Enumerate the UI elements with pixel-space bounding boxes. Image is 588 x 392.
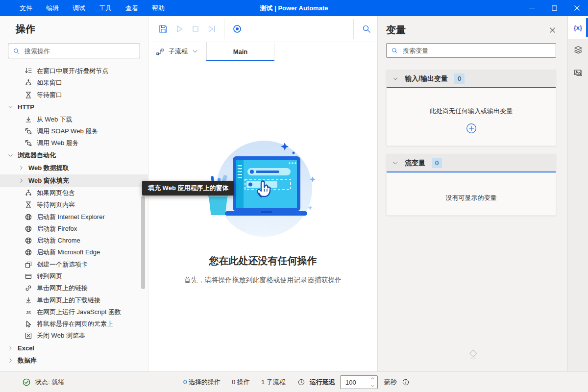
toolbar-buttons	[155, 21, 220, 37]
actions-search-input[interactable]	[24, 48, 135, 55]
toolbar-divider	[224, 19, 224, 39]
tree-group-item[interactable]: Web 数据提取	[0, 162, 148, 174]
tree-item-label: 单击网页上的下载链接	[37, 296, 100, 305]
variables-section-label: 输入/输出变量	[405, 74, 448, 83]
variables-section-header[interactable]: 流变量0	[387, 154, 556, 172]
variables-section-header[interactable]: 输入/输出变量0	[387, 70, 556, 88]
tree-group-item[interactable]: Web 窗体填充	[0, 174, 148, 187]
actions-panel: 操作 在窗口中展开/折叠树节点如果窗口等待窗口HTTP从 Web 下载调用 SO…	[0, 16, 148, 371]
save-button[interactable]	[155, 21, 171, 37]
stop-button[interactable]	[187, 21, 203, 37]
run-next-button[interactable]	[203, 21, 220, 37]
images-icon	[573, 68, 583, 77]
tree-action-item[interactable]: 启动新 Chrome	[0, 235, 148, 246]
variables-panel: 变量 输入/输出变量0此处尚无任何输入或输出变量流变量0没有可显示的变量	[377, 16, 567, 371]
tree-action-item[interactable]: 将鼠标悬停在网页的元素上	[0, 318, 148, 330]
tree-item-label: 转到网页	[37, 272, 62, 281]
download-icon	[24, 296, 32, 304]
search-icon	[13, 48, 20, 55]
tree-action-item[interactable]: JS在网页上运行 JavaScript 函数	[0, 306, 148, 318]
variables-section-body: 此处尚无任何输入或输出变量	[387, 88, 556, 146]
globe-icon	[24, 213, 32, 221]
toolbar-divider	[353, 19, 354, 39]
tree-item-label: 数据库	[18, 356, 37, 365]
tree-action-item[interactable]: 如果网页包含	[0, 187, 148, 199]
tree-group-item[interactable]: 数据库	[0, 354, 148, 367]
tree-group-item[interactable]: HTTP	[0, 101, 148, 114]
rail-item-images[interactable]	[568, 61, 588, 84]
tree-action-item[interactable]: 启动新 Firefox	[0, 223, 148, 235]
menu-item-3[interactable]: 工具	[92, 0, 119, 16]
actions-scrollbar-thumb[interactable]	[141, 196, 145, 289]
record-button[interactable]	[229, 21, 245, 37]
variables-sections: 输入/输出变量0此处尚无任何输入或输出变量流变量0没有可显示的变量	[386, 70, 556, 216]
run-button[interactable]	[171, 21, 187, 37]
hourglass-icon	[24, 201, 32, 209]
close-icon[interactable]	[549, 26, 556, 34]
tree-action-item[interactable]: 如果窗口	[0, 77, 148, 89]
chevron-right-icon	[8, 345, 13, 351]
tree-action-item[interactable]: 关闭 Web 浏览器	[0, 330, 148, 342]
status-ok-icon	[22, 378, 31, 387]
tree-action-item[interactable]: 等待窗口	[0, 89, 148, 101]
empty-state: 您在此处还没有任何操作 首先，请将操作拖放到此窗格或使用记录器捕获操作	[158, 138, 368, 285]
svg-text:JS: JS	[26, 310, 31, 315]
spinner-arrows[interactable]	[370, 375, 375, 390]
tree-item-label: 调用 Web 服务	[37, 139, 79, 147]
tree-action-item[interactable]: 启动新 Microsoft Edge	[0, 246, 148, 258]
tree-action-item[interactable]: 在窗口中展开/折叠树节点	[0, 65, 148, 77]
tree-group-item[interactable]: Excel	[0, 342, 148, 355]
tooltip: 填充 Web 应用程序上的窗体	[142, 181, 234, 196]
chevron-right-icon	[19, 178, 24, 183]
tree-action-item[interactable]: 单击网页上的下载链接	[0, 294, 148, 306]
maximize-button[interactable]	[543, 0, 565, 16]
rail-item-variables[interactable]: {x}	[568, 16, 588, 39]
status-count-2: 1 子流程	[261, 372, 286, 392]
variables-section-label: 流变量	[405, 159, 425, 168]
rail-item-ui-elements[interactable]	[568, 39, 588, 61]
tree-item-label: 在窗口中展开/折叠树节点	[37, 67, 109, 75]
chevron-right-icon	[8, 358, 13, 363]
variables-section-1: 流变量0没有可显示的变量	[386, 154, 556, 216]
menu-item-5[interactable]: 帮助	[145, 0, 172, 16]
minimize-button[interactable]	[520, 0, 543, 16]
tree-action-item[interactable]: 启动新 Internet Explorer	[0, 211, 148, 222]
cursor-icon	[24, 320, 32, 328]
chevron-down-icon	[8, 104, 13, 110]
tree-item-label: 启动新 Microsoft Edge	[37, 248, 100, 257]
spin-down-icon[interactable]	[370, 382, 375, 390]
tree-item-label: HTTP	[18, 103, 34, 111]
tab-main[interactable]: Main	[206, 42, 274, 61]
variables-search-input[interactable]	[403, 47, 551, 54]
toolbar-search-button[interactable]	[358, 21, 374, 37]
close-button[interactable]	[565, 0, 588, 16]
variables-section-body: 没有可显示的变量	[387, 172, 556, 215]
tree-action-item[interactable]: 从 Web 下载	[0, 113, 148, 125]
tree-action-item[interactable]: 创建一个新选项卡	[0, 259, 148, 270]
flow-toolbar	[148, 16, 377, 42]
window-icon	[24, 272, 32, 280]
tree-action-item[interactable]: 等待网页内容	[0, 199, 148, 211]
tree-action-item[interactable]: 调用 Web 服务	[0, 137, 148, 149]
close-box-icon	[24, 332, 32, 340]
menu-item-4[interactable]: 查看	[119, 0, 145, 16]
spin-up-icon[interactable]	[370, 375, 375, 382]
actions-search-field	[8, 44, 140, 58]
flow-canvas[interactable]: 您在此处还没有任何操作 首先，请将操作拖放到此窗格或使用记录器捕获操作	[148, 61, 377, 371]
subflow-dropdown[interactable]: 子流程	[148, 42, 206, 61]
tree-item-label: 启动新 Internet Explorer	[37, 213, 105, 221]
menu-item-1[interactable]: 编辑	[39, 0, 66, 16]
add-variable-button[interactable]	[466, 123, 477, 134]
tree-item-label: 调用 SOAP Web 服务	[37, 127, 98, 136]
run-delay-group: 运行延迟	[297, 372, 335, 392]
info-icon[interactable]	[402, 378, 410, 386]
eraser-icon	[466, 348, 479, 361]
tree-action-item[interactable]: 转到网页	[0, 270, 148, 282]
tree-action-item[interactable]: 单击网页上的链接	[0, 282, 148, 294]
status-count-0: 0 选择的操作	[183, 372, 220, 392]
run-delay-input[interactable]	[341, 379, 362, 386]
menu-item-2[interactable]: 调试	[66, 0, 92, 16]
tree-group-item[interactable]: 浏览器自动化	[0, 149, 148, 162]
tree-action-item[interactable]: 调用 SOAP Web 服务	[0, 125, 148, 137]
menu-item-0[interactable]: 文件	[13, 0, 39, 16]
